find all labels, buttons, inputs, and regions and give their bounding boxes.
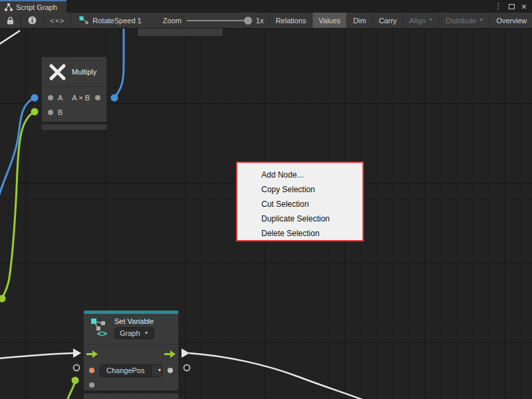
lock-button[interactable] bbox=[0, 13, 21, 28]
button-label: Distribute bbox=[446, 17, 476, 25]
multiply-body: A A × B B bbox=[42, 87, 106, 123]
setvar-footer bbox=[83, 393, 179, 399]
window-controls: ⋮ × bbox=[495, 0, 532, 13]
zoom-control: Zoom 1x bbox=[157, 13, 270, 28]
button-label: Overview bbox=[496, 17, 527, 25]
node-title: Set Variable bbox=[114, 317, 154, 325]
input-port-b[interactable] bbox=[48, 110, 53, 115]
multiply-header: Multiply bbox=[42, 57, 106, 87]
info-icon bbox=[28, 16, 37, 25]
script-graph-icon bbox=[5, 3, 13, 11]
scope-value: Graph bbox=[120, 329, 140, 337]
toolbar-button-overview[interactable]: Overview bbox=[490, 13, 532, 28]
button-label: Values bbox=[319, 17, 340, 25]
maximize-icon[interactable] bbox=[509, 4, 515, 9]
multiply-footer bbox=[41, 124, 107, 130]
port-row-a: A A × B bbox=[42, 90, 106, 105]
port-ring-right[interactable] bbox=[184, 365, 190, 371]
button-label: Relations bbox=[275, 17, 306, 25]
chevron-down-icon: ▼ bbox=[158, 368, 162, 372]
tab-bar: Script Graph ⋮ × bbox=[0, 0, 532, 13]
zoom-slider[interactable] bbox=[187, 20, 251, 21]
chevron-down-icon: ▼ bbox=[144, 331, 149, 335]
flow-output-port[interactable] bbox=[164, 350, 176, 358]
port-row-b: B bbox=[42, 105, 106, 120]
tab-title: Script Graph bbox=[16, 3, 57, 11]
port-label-result: A × B bbox=[71, 94, 90, 102]
node-set-variable[interactable]: <> Set Variable Graph ▼ bbox=[83, 310, 179, 391]
button-label: Dim bbox=[353, 17, 366, 25]
graph-toolbar: <×> RotateSpeed 1 Zoom 1x Relations Valu… bbox=[0, 13, 532, 29]
button-label: Carry bbox=[379, 17, 397, 25]
zoom-slider-handle[interactable] bbox=[244, 17, 252, 25]
graph-canvas[interactable]: Multiply A A × B B bbox=[0, 29, 532, 399]
port-ring-left[interactable] bbox=[74, 365, 80, 371]
toolbar-button-dim[interactable]: Dim bbox=[347, 13, 373, 28]
code-view-button[interactable]: <×> bbox=[44, 13, 71, 28]
chevron-down-icon: ▼ bbox=[479, 17, 483, 22]
value-row: ChangePos ▼ bbox=[84, 362, 178, 379]
flow-arrowhead-in bbox=[73, 348, 81, 358]
menu-item-add-node[interactable]: Add Node... bbox=[237, 168, 362, 182]
wire-white-topleft[interactable] bbox=[0, 31, 20, 45]
cutoff-node[interactable] bbox=[137, 29, 223, 37]
wire-endpoint-green[interactable] bbox=[72, 377, 79, 384]
close-icon[interactable]: × bbox=[521, 2, 527, 11]
setvar-body: ChangePos ▼ bbox=[84, 344, 178, 391]
context-menu: Add Node... Copy Selection Cut Selection… bbox=[236, 162, 364, 241]
setvar-titles: Set Variable Graph ▼ bbox=[114, 317, 154, 339]
tab-script-graph[interactable]: Script Graph bbox=[0, 0, 66, 13]
wire-endpoint-blue[interactable] bbox=[111, 94, 118, 102]
setvar-header: <> Set Variable Graph ▼ bbox=[84, 314, 178, 344]
menu-item-copy-selection[interactable]: Copy Selection bbox=[237, 182, 362, 197]
wire-endpoint-green[interactable] bbox=[0, 295, 6, 303]
svg-text:<>: <> bbox=[97, 329, 108, 337]
unity-visual-scripting-window: Script Graph ⋮ × <×> bbox=[0, 0, 532, 399]
toolbar-button-distribute[interactable]: Distribute ▼ bbox=[440, 13, 490, 28]
wire-endpoint-green[interactable] bbox=[31, 108, 39, 116]
multiply-icon bbox=[49, 63, 66, 81]
button-label: Align bbox=[410, 17, 426, 25]
toolbar-button-relations[interactable]: Relations bbox=[269, 13, 313, 28]
flow-input-port[interactable] bbox=[86, 350, 98, 358]
lock-icon bbox=[7, 17, 14, 25]
graph-owner-icon bbox=[79, 16, 88, 25]
info-button[interactable] bbox=[21, 13, 44, 28]
flow-arrowhead-out bbox=[182, 348, 190, 358]
menu-item-delete-selection[interactable]: Delete Selection bbox=[237, 226, 362, 241]
secondary-input-port[interactable] bbox=[89, 382, 94, 388]
wire-white-flow-in[interactable] bbox=[0, 353, 73, 358]
variable-name-caret[interactable]: ▼ bbox=[151, 365, 163, 376]
port-label-a: A bbox=[58, 94, 63, 102]
output-port-result[interactable] bbox=[95, 95, 100, 100]
input-port-a[interactable] bbox=[48, 95, 53, 100]
overflow-menu-icon[interactable]: ⋮ bbox=[495, 3, 502, 10]
menu-item-cut-selection[interactable]: Cut Selection bbox=[237, 197, 362, 211]
zoom-label: Zoom bbox=[163, 17, 182, 25]
tabbar-spacer bbox=[66, 0, 495, 13]
toolbar-button-values[interactable]: Values bbox=[313, 13, 347, 28]
variable-name-dropdown[interactable]: ChangePos ▼ bbox=[100, 364, 162, 377]
toolbar-button-align[interactable]: Align ▼ bbox=[404, 13, 440, 28]
variable-scope-dropdown[interactable]: Graph ▼ bbox=[114, 327, 154, 339]
set-variable-icon: <> bbox=[90, 317, 109, 337]
node-multiply[interactable]: Multiply A A × B B bbox=[41, 57, 107, 122]
value-input-port[interactable] bbox=[89, 368, 94, 373]
graph-owner[interactable]: RotateSpeed 1 bbox=[71, 13, 147, 28]
zoom-value: 1x bbox=[256, 17, 264, 25]
wire-endpoint-blue[interactable] bbox=[31, 94, 39, 102]
value-output-port[interactable] bbox=[168, 368, 173, 373]
node-title: Multiply bbox=[72, 68, 96, 76]
chevron-down-icon: ▼ bbox=[428, 17, 433, 22]
toolbar-button-carry[interactable]: Carry bbox=[373, 13, 404, 28]
wire-blue-multiply-out[interactable] bbox=[114, 29, 124, 98]
menu-item-duplicate-selection[interactable]: Duplicate Selection bbox=[237, 211, 362, 226]
variable-name-value: ChangePos bbox=[100, 365, 151, 376]
code-icon: <×> bbox=[50, 17, 65, 25]
flow-row bbox=[84, 344, 178, 362]
graph-owner-name: RotateSpeed 1 bbox=[92, 17, 141, 25]
port-label-b: B bbox=[58, 108, 63, 116]
wire-white-flow-out[interactable] bbox=[189, 353, 368, 399]
secondary-value-row bbox=[84, 379, 178, 391]
